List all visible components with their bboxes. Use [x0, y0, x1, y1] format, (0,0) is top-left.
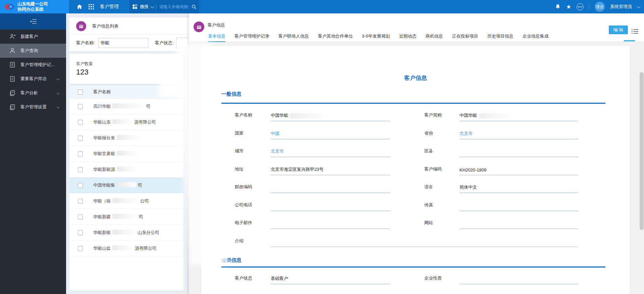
- logo-diamond-icon: [4, 2, 15, 11]
- field-国家[interactable]: 中国: [271, 127, 390, 139]
- table-row[interactable]: 华能新能源: [69, 162, 183, 178]
- section-divider: [221, 103, 605, 104]
- table-row[interactable]: 华能烟台发: [69, 130, 183, 146]
- field-label: 地址: [235, 166, 244, 172]
- field-企业性质[interactable]: [460, 272, 578, 284]
- sidebar-item-5[interactable]: 客户管理设置: [0, 100, 66, 114]
- field-传真[interactable]: [460, 198, 578, 211]
- row-checkbox[interactable]: [78, 167, 83, 172]
- avatar[interactable]: 理员: [595, 2, 605, 12]
- edit-button[interactable]: 编 辑: [609, 26, 628, 34]
- field-邮政编码[interactable]: [271, 180, 390, 193]
- section-divider: [221, 266, 605, 267]
- table-row[interactable]: 华能甘肃能: [69, 146, 183, 162]
- field-介绍[interactable]: [271, 234, 578, 247]
- field-语言[interactable]: 简体中文: [460, 180, 578, 193]
- tab-1[interactable]: 客户管理维护记录: [234, 33, 269, 42]
- user-icon: [9, 47, 16, 54]
- field-公司电话[interactable]: [271, 198, 390, 211]
- customer-name-filter-input[interactable]: [98, 38, 148, 48]
- vertical-scrollbar[interactable]: [640, 72, 644, 230]
- form-row: 城市北京市区县: [235, 144, 578, 158]
- field-省份[interactable]: 北京市: [460, 127, 578, 139]
- field-客户名称[interactable]: 中国华能: [271, 108, 390, 121]
- field-地址[interactable]: 北京市海淀区复兴路甲23号: [271, 162, 390, 175]
- id-card-icon: [9, 61, 16, 68]
- star-icon[interactable]: ★: [566, 4, 571, 10]
- field-value: 简体中文: [460, 184, 477, 190]
- user-name[interactable]: 系统管理员: [610, 4, 632, 10]
- row-checkbox[interactable]: [78, 246, 83, 251]
- table-row[interactable]: 华能新疆司: [69, 209, 183, 225]
- table-row[interactable]: 中国华能集司: [69, 178, 183, 193]
- row-checkbox[interactable]: [78, 214, 83, 219]
- chevron-down-icon: [57, 77, 60, 81]
- customer-name: 华能山东源有限公司: [93, 119, 156, 125]
- sidebar-item-2[interactable]: 客户管理维护记...: [0, 58, 66, 72]
- customer-count-card: 客户数量 123: [69, 54, 183, 84]
- tab-2[interactable]: 客户联络人信息: [278, 33, 309, 42]
- app-title[interactable]: 客户管理: [100, 4, 119, 10]
- app-grid-icon[interactable]: [89, 4, 94, 9]
- field-客户状态[interactable]: 基础客户: [271, 272, 390, 284]
- select-all-checkbox[interactable]: [78, 90, 83, 95]
- sidebar-item-0[interactable]: 新建客户: [0, 30, 66, 44]
- tab-3[interactable]: 客户其他合作单位: [318, 33, 353, 42]
- tab-9[interactable]: 企业信息集成: [523, 33, 549, 42]
- table-row[interactable]: 华能山盐源有限公司: [69, 241, 183, 256]
- row-checkbox[interactable]: [78, 199, 83, 204]
- tab-0[interactable]: 基本信息: [208, 33, 225, 42]
- row-checkbox[interactable]: [78, 183, 83, 188]
- field-客户编码[interactable]: KH2020-1809: [460, 162, 578, 175]
- search-scope-label[interactable]: 微搜: [140, 4, 149, 10]
- field-label: 企业性质: [424, 275, 442, 281]
- field-value: 北京市: [460, 131, 473, 137]
- row-checkbox[interactable]: [78, 151, 83, 156]
- form-row: 邮政编码语言简体中文: [235, 180, 578, 194]
- tab-8[interactable]: 历史项目信息: [487, 33, 514, 42]
- field-label: 客户编码: [424, 166, 442, 172]
- field-城市[interactable]: 北京市: [271, 144, 390, 157]
- field-value: 北京市: [271, 148, 284, 154]
- sidebar-collapse-button[interactable]: [0, 13, 66, 30]
- redacted-text: [290, 113, 330, 118]
- chevron-down-icon[interactable]: [637, 4, 640, 8]
- table-row[interactable]: 华能（福公司: [69, 193, 183, 209]
- more-icon[interactable]: •••: [577, 3, 584, 10]
- tab-4[interactable]: 3-5年发展规划: [362, 33, 390, 42]
- row-checkbox[interactable]: [78, 120, 83, 125]
- table-header-row: 客户名称: [69, 86, 183, 99]
- tab-6[interactable]: 商机信息: [426, 33, 443, 42]
- document-icon: [9, 76, 16, 82]
- chevron-down-icon[interactable]: [150, 4, 154, 8]
- home-icon[interactable]: [76, 4, 83, 10]
- row-checkbox[interactable]: [78, 104, 83, 109]
- field-区县[interactable]: [460, 144, 578, 157]
- search-input[interactable]: [159, 4, 189, 9]
- customer-name: 华能新疆司: [93, 214, 143, 220]
- list-view-icon[interactable]: [632, 29, 639, 34]
- table-row[interactable]: 华能新能山东分公司: [69, 225, 183, 241]
- tab-7[interactable]: 正在投标项目: [452, 33, 478, 42]
- sidebar: 新建客户客户查询客户管理维护记...重要客户拜访客户分析客户管理设置: [0, 13, 66, 294]
- sidebar-item-4[interactable]: 客户分析: [0, 86, 66, 100]
- row-checkbox[interactable]: [78, 230, 83, 235]
- tab-5[interactable]: 近期动态: [399, 33, 417, 42]
- customer-name: 华能新能山东分公司: [93, 230, 159, 236]
- table-row[interactable]: 四川华能司: [69, 99, 183, 114]
- field-网站[interactable]: [460, 216, 578, 229]
- field-label: 介绍: [235, 238, 244, 244]
- customer-detail-panel: 客户信息 基本信息客户管理维护记录客户联络人信息客户其他合作单位3-5年发展规划…: [189, 13, 644, 294]
- field-电子邮件[interactable]: [271, 216, 390, 229]
- field-label: 语言: [424, 184, 433, 190]
- field-客户简称[interactable]: 中国华能: [460, 108, 578, 121]
- table-row[interactable]: 华能山东源有限公司: [69, 114, 183, 130]
- widget-icon[interactable]: [132, 4, 138, 9]
- customer-group-icon: [194, 21, 204, 32]
- bell-icon[interactable]: [555, 4, 561, 10]
- row-checkbox[interactable]: [78, 136, 83, 141]
- sidebar-item-3[interactable]: 重要客户拜访: [0, 72, 66, 86]
- documents-icon: [9, 104, 16, 110]
- search-icon[interactable]: [192, 4, 197, 9]
- sidebar-item-1[interactable]: 客户查询: [0, 44, 66, 58]
